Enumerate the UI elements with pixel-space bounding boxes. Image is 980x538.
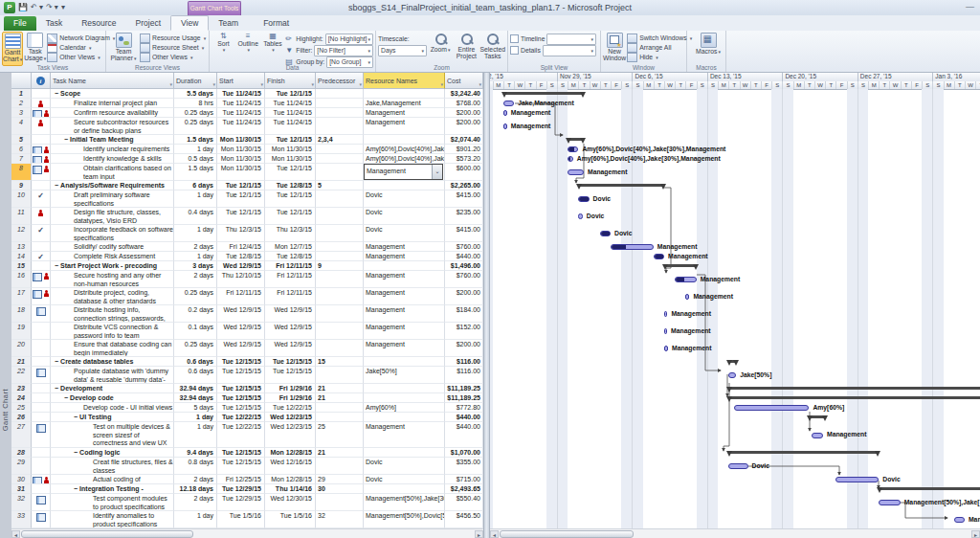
hide-button[interactable]: Hide▾: [627, 53, 692, 61]
predecessor-cell[interactable]: 21: [316, 448, 364, 458]
duration-cell[interactable]: 0.4 days: [174, 208, 217, 225]
duration-cell[interactable]: 32.94 days: [174, 384, 217, 393]
collapse-icon[interactable]: −: [64, 136, 68, 143]
start-cell[interactable]: Mon 11/30/15: [217, 164, 265, 181]
details-checkbox[interactable]: [510, 46, 519, 55]
cost-cell[interactable]: $11,189.25: [445, 393, 483, 403]
predecessor-cell[interactable]: [316, 323, 364, 340]
predecessor-cell[interactable]: 32: [316, 511, 364, 528]
predecessor-cell[interactable]: 30: [316, 484, 364, 494]
task-name-cell[interactable]: −Coding logic: [51, 448, 174, 458]
duration-cell[interactable]: 3 days: [174, 261, 217, 271]
cost-cell[interactable]: $3,242.40: [445, 89, 483, 99]
predecessor-cell[interactable]: [316, 191, 364, 208]
table-row[interactable]: 32 Test component modules to product spe…: [11, 494, 483, 511]
row-number-cell[interactable]: 11: [11, 208, 32, 225]
duration-cell[interactable]: 1 day: [174, 191, 217, 208]
task-name-cell[interactable]: Obtain clarifications based on team inpu…: [51, 164, 174, 181]
resource-names-cell[interactable]: Dovic: [364, 225, 445, 242]
start-cell[interactable]: Tue 12/15/15: [217, 458, 265, 475]
predecessor-cell[interactable]: [316, 208, 364, 225]
table-row[interactable]: 24 −Develop code 32.94 days Tue 12/15/15…: [11, 393, 483, 403]
duration-cell[interactable]: 1.5 days: [174, 135, 217, 145]
sort-arrow-icon[interactable]: ▾: [260, 81, 263, 87]
column-header-cost[interactable]: Cost▾: [445, 73, 483, 89]
predecessor-cell[interactable]: [316, 99, 364, 108]
resource-names-cell[interactable]: Dovic: [364, 208, 445, 225]
summary-bar[interactable]: [664, 264, 697, 267]
task-bar[interactable]: [812, 433, 823, 438]
task-bar[interactable]: [954, 517, 965, 523]
collapse-icon[interactable]: −: [74, 414, 78, 420]
tables-button[interactable]: ▦ Tables▾: [261, 32, 285, 64]
duration-cell[interactable]: 1 day: [174, 511, 217, 528]
new-window-button[interactable]: New Window: [603, 32, 626, 64]
start-cell[interactable]: Fri 12/25/15: [217, 475, 265, 484]
resource-names-cell[interactable]: [364, 448, 445, 458]
task-bar[interactable]: [728, 463, 747, 469]
cost-cell[interactable]: $200.00: [445, 340, 483, 357]
task-bar[interactable]: [728, 372, 736, 378]
cost-cell[interactable]: $11,189.25: [445, 384, 483, 393]
finish-cell[interactable]: Wed 12/30/15: [265, 494, 316, 511]
collapse-icon[interactable]: −: [55, 385, 58, 392]
resource-names-cell[interactable]: Amy[60%]: [364, 403, 445, 413]
scroll-right-icon[interactable]: ►: [971, 530, 980, 538]
summary-bar[interactable]: [503, 92, 584, 95]
predecessor-cell[interactable]: [316, 413, 364, 422]
predecessor-cell[interactable]: 5: [316, 181, 364, 191]
redo-icon[interactable]: ↷ ▾: [46, 2, 58, 13]
sort-arrow-icon[interactable]: ▾: [359, 81, 362, 87]
pane-splitter[interactable]: [483, 73, 490, 538]
row-number-cell[interactable]: 33: [11, 511, 32, 528]
task-name-cell[interactable]: Identify anomalies to product specificat…: [51, 511, 174, 528]
summary-bar[interactable]: [728, 396, 980, 399]
cost-cell[interactable]: $715.00: [445, 475, 483, 484]
task-bar[interactable]: [879, 500, 900, 505]
row-number-cell[interactable]: 6: [11, 145, 32, 154]
cost-cell[interactable]: $200.00: [445, 118, 483, 135]
row-number-cell[interactable]: 1: [11, 89, 32, 99]
resource-names-cell[interactable]: Management: [364, 288, 445, 305]
collapse-icon[interactable]: −: [55, 90, 58, 97]
start-cell[interactable]: Tue 11/24/15: [217, 108, 265, 118]
row-number-cell[interactable]: 22: [11, 367, 32, 384]
sort-arrow-icon[interactable]: ▾: [440, 81, 443, 87]
summary-bar[interactable]: [578, 184, 664, 187]
finish-cell[interactable]: Tue 12/22/15: [265, 403, 316, 413]
finish-cell[interactable]: Tue 12/8/15: [265, 181, 316, 191]
finish-cell[interactable]: Wed 12/9/15: [265, 305, 316, 323]
start-cell[interactable]: Tue 12/15/15: [217, 448, 265, 458]
resource-names-cell[interactable]: Dovic: [364, 191, 445, 208]
resource-names-cell[interactable]: Management: [364, 252, 445, 261]
cost-cell[interactable]: $200.00: [445, 108, 483, 118]
table-row[interactable]: 4 Secure subcontractor resources or defi…: [11, 118, 483, 135]
table-row[interactable]: 12 ✓ Incorporate feedback on software sp…: [11, 225, 483, 242]
start-cell[interactable]: Mon 11/30/15: [217, 135, 265, 145]
task-name-cell[interactable]: Distribute project, coding, database & o…: [51, 288, 174, 305]
predecessor-cell[interactable]: [316, 118, 364, 135]
timescale-dropdown[interactable]: Days▾: [378, 45, 427, 56]
start-cell[interactable]: Thu 12/3/15: [217, 225, 265, 242]
start-cell[interactable]: Wed 12/9/15: [217, 323, 265, 340]
start-cell[interactable]: Tue 12/29/15: [217, 484, 265, 494]
duration-cell[interactable]: 0.25 days: [174, 288, 217, 305]
sort-arrow-icon[interactable]: ▾: [479, 81, 481, 87]
table-row[interactable]: 6 Identify unclear requirements 1 day Mo…: [11, 145, 483, 154]
task-name-cell[interactable]: Confirm resource availability: [51, 108, 174, 118]
network-diagram-button[interactable]: Network Diagram▾: [47, 34, 115, 42]
task-name-cell[interactable]: −UI Testing: [51, 413, 174, 422]
duration-cell[interactable]: 1.5 days: [174, 164, 217, 181]
cost-cell[interactable]: $772.80: [445, 403, 483, 413]
start-cell[interactable]: Tue 12/29/15: [217, 494, 265, 511]
start-cell[interactable]: Tue 12/22/15: [217, 422, 265, 448]
column-header-resource-names[interactable]: Resource Names▾: [364, 73, 445, 89]
row-number-cell[interactable]: 27: [11, 422, 32, 448]
summary-bar[interactable]: [728, 387, 980, 390]
row-number-cell[interactable]: 5: [11, 135, 32, 145]
task-name-cell[interactable]: Ensure that database coding can begin im…: [51, 340, 174, 357]
row-number-cell[interactable]: 10: [11, 191, 32, 208]
row-number-cell[interactable]: 13: [11, 242, 32, 252]
duration-cell[interactable]: 0.8 days: [174, 458, 217, 475]
predecessor-cell[interactable]: [316, 494, 364, 511]
